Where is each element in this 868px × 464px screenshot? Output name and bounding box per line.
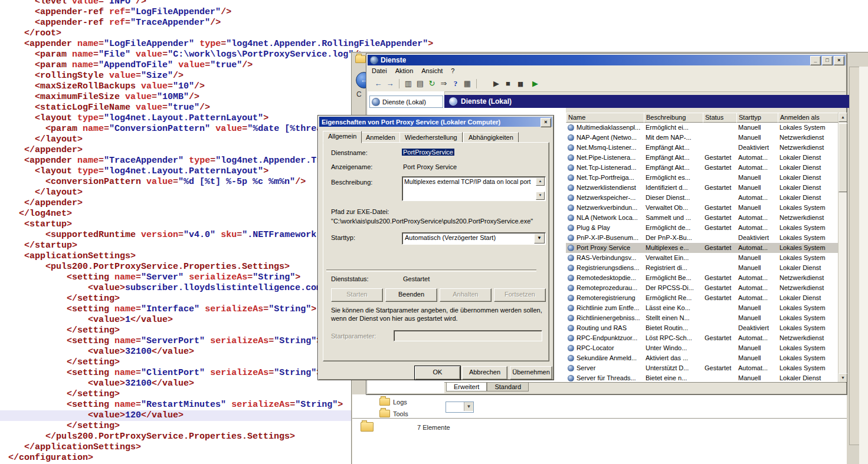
service-row[interactable]: Plug & PlayErmöglicht de...GestartetAuto… [566, 223, 838, 233]
service-row[interactable]: NAP-Agent (Netwo...Mit dem NAP-...Manuel… [566, 133, 838, 143]
service-row[interactable]: NetzwerklistendienstIdentifiziert d...Ge… [566, 183, 838, 193]
service-row[interactable]: PnP-X-IP-Busenum...Der PnP-X-Bu...Deakti… [566, 233, 838, 243]
beschreibung-textbox[interactable]: Multiplexes external TCP/IP data on loca… [402, 176, 546, 201]
dialog-titlebar[interactable]: Eigenschaften von Port Proxy Service (Lo… [319, 117, 552, 127]
column-header-anmelden[interactable]: Anmelden als [778, 113, 838, 123]
service-row[interactable]: ServerUnterstützt D...GestartetAutomat..… [566, 363, 838, 373]
service-row[interactable]: Net.Tcp-Listenerad...Empfängt Akt...Gest… [566, 163, 838, 173]
tree-item-dienste-lokal[interactable]: Dienste (Lokal) [369, 96, 443, 108]
service-row[interactable]: Richtlinienergebniss...Stellt einen N...… [566, 313, 838, 323]
service-row[interactable]: Remotedesktopdie...Ermöglicht Be...Gesta… [566, 273, 838, 283]
export-icon[interactable]: ⇒ [438, 78, 450, 89]
service-desc-cell: Ermöglicht Be... [644, 273, 703, 283]
service-starttyp-cell: Manuell [736, 343, 778, 353]
service-name-cell: Sekundäre Anmeld... [566, 353, 644, 363]
service-status-cell: Gestartet [703, 363, 736, 373]
file-row[interactable]: Tools [379, 410, 408, 418]
service-starttyp-cell: Deaktiviert [736, 143, 778, 153]
column-header-status[interactable]: Status [703, 113, 737, 123]
service-desc-cell: Empfängt Akt... [644, 163, 703, 173]
beenden-button[interactable]: Beenden [385, 288, 437, 302]
service-name-cell: Richtlinienergebniss... [566, 313, 644, 323]
service-row[interactable]: Netzwerkverbindun...Verwaltet Ob...Gesta… [566, 203, 838, 213]
service-name-cell: NLA (Network Loca... [566, 213, 644, 223]
starttyp-dropdown[interactable]: Automatisch (Verzögerter Start) ▼ [402, 232, 546, 245]
show-tree-icon[interactable]: ▥ [402, 78, 414, 89]
service-status-cell: Gestartet [703, 273, 736, 283]
service-starttyp-cell: Automat... [736, 153, 778, 163]
service-gear-icon [568, 355, 574, 361]
stop-service-icon[interactable]: ■ [502, 78, 514, 89]
beschreibung-text: Multiplexes external TCP/IP data on loca… [404, 178, 536, 185]
service-row[interactable]: Server für Threads...Bietet eine n...Man… [566, 373, 838, 383]
service-row[interactable]: Sekundäre Anmeld...Aktiviert das ...Manu… [566, 353, 838, 363]
maximize-button[interactable]: □ [822, 56, 833, 65]
minimize-button[interactable]: _ [810, 56, 821, 65]
abbrechen-button[interactable]: Abbrechen [462, 366, 507, 380]
service-row[interactable]: Netzwerkspeicher-...Dieser Dienst...Auto… [566, 193, 838, 203]
export-list-icon[interactable]: ▤ [414, 78, 426, 89]
service-gear-icon [568, 345, 574, 351]
service-row[interactable]: Richtlinie zum Entfe...Lässt eine Ko...M… [566, 303, 838, 313]
explorer-scrollbar[interactable] [849, 67, 860, 445]
ok-button[interactable]: OK [415, 366, 460, 380]
status-bar: 7 Elemente [352, 419, 847, 464]
extended-view-icon[interactable]: ▦ [461, 78, 473, 89]
anzeigename-value[interactable]: Port Proxy Service [403, 163, 457, 170]
help-icon[interactable]: ? [450, 78, 461, 89]
scrollbar-thumb[interactable] [838, 123, 847, 192]
scroll-up-button[interactable]: ▲ [838, 113, 847, 122]
service-row[interactable]: RemoteregistrierungErmöglicht Re...Gesta… [566, 293, 838, 303]
pause-service-icon[interactable]: ▮▮ [514, 78, 526, 89]
tab-allgemein[interactable]: Allgemein [323, 131, 362, 143]
menu-datei[interactable]: Datei [368, 67, 391, 75]
start-service-icon[interactable]: ▶ [490, 78, 502, 89]
restart-service-icon[interactable]: ▶ [529, 78, 541, 89]
refresh-icon[interactable]: ↻ [426, 78, 438, 89]
service-row[interactable]: Port Proxy ServiceMultiplexes e...Gestar… [566, 243, 838, 253]
chevron-down-icon[interactable]: ▼ [534, 233, 545, 243]
back-icon[interactable]: ← [372, 78, 384, 89]
services-titlebar[interactable]: Dienste _ □ × [368, 55, 846, 65]
menu-ansicht[interactable]: Ansicht [417, 67, 447, 75]
close-button[interactable]: × [834, 56, 844, 65]
desktop: <level value="INFO"/> <appender-ref ref=… [0, 0, 868, 464]
service-name-cell: Registrierungsdiens... [566, 263, 644, 273]
service-row[interactable]: NLA (Network Loca...Sammelt und ...Gesta… [566, 213, 838, 223]
service-logon-cell: Lokales System [778, 303, 838, 313]
service-row[interactable]: Net.Tcp-Portfreiga...Ermöglicht es...Man… [566, 173, 838, 183]
services-banner: Dienste (Lokal) [444, 95, 849, 108]
service-row[interactable]: RAS-Verbindungsv...Verwaltet Ein...Manue… [566, 253, 838, 263]
tab-standard[interactable]: Standard [487, 383, 529, 391]
dienstname-field[interactable]: PortProxyService [402, 149, 454, 156]
service-row[interactable]: Routing und RASBietet Routin...Deaktivie… [566, 323, 838, 333]
scroll-down-button[interactable]: ▼ [838, 373, 847, 383]
service-row[interactable]: Net.Pipe-Listenera...Empfängt Akt...Gest… [566, 153, 838, 163]
column-header-starttyp[interactable]: Starttyp [736, 113, 778, 123]
service-row[interactable]: RPC-LocatorUnter Windo...ManuellLokales … [566, 343, 838, 353]
service-row[interactable]: Registrierungsdiens...Registriert di...M… [566, 263, 838, 273]
filename-dropdown[interactable]: ▼ [446, 402, 474, 413]
column-header-name[interactable]: Name [566, 113, 644, 123]
service-name-cell: Net.Pipe-Listenera... [566, 153, 644, 163]
file-row[interactable]: Logs [379, 398, 407, 407]
service-logon-cell: Lokaler Dienst [778, 293, 838, 303]
uebernehmen-button[interactable]: Übernehmen [510, 366, 552, 380]
service-desc-cell: Ermöglicht Re... [644, 293, 703, 303]
service-row[interactable]: Net.Msmq-Listener...Empfängt Akt...Deakt… [566, 143, 838, 153]
description-scroll-down-button[interactable]: ▼ [536, 192, 545, 200]
service-name-cell: Multimediaklassenpl... [566, 123, 644, 133]
column-header-beschreibung[interactable]: Beschreibung [644, 113, 703, 123]
properties-dialog: Eigenschaften von Port Proxy Service (Lo… [317, 115, 554, 380]
menu-aktion[interactable]: Aktion [391, 67, 418, 75]
service-row[interactable]: RPC-Endpunktzuor...Löst RPC-Sch...Gestar… [566, 333, 838, 343]
list-scrollbar[interactable]: ▲ ▼ [838, 113, 847, 383]
description-scroll-up-button[interactable]: ▲ [536, 177, 545, 186]
forward-icon[interactable]: → [384, 78, 396, 89]
service-row[interactable]: Multimediaklassenpl...Ermöglicht ei...Ma… [566, 123, 838, 133]
dienststatus-label: Dienststatus: [331, 275, 369, 282]
tab-erweitert[interactable]: Erweitert [446, 383, 487, 391]
service-row[interactable]: Remoteprozedurau...Der RPCSS-Di...Gestar… [566, 283, 838, 293]
dialog-close-button[interactable]: × [541, 118, 551, 127]
menu-hilfe[interactable]: ? [447, 67, 458, 75]
